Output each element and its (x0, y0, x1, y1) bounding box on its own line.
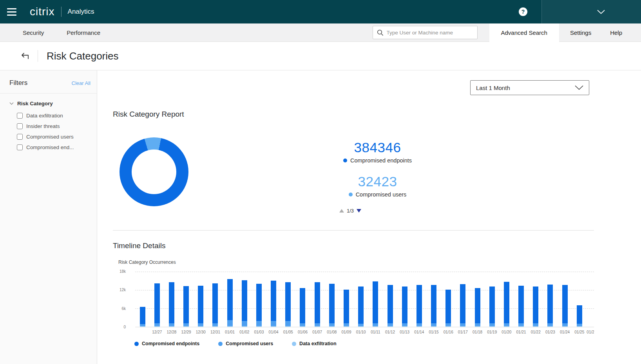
stacked-bar[interactable] (547, 285, 553, 327)
stacked-bar[interactable] (242, 280, 247, 327)
bar-slot (237, 280, 252, 327)
y-axis-labels: 06k12k18k (113, 272, 131, 327)
stacked-bar[interactable] (504, 282, 509, 327)
stacked-bar[interactable] (475, 288, 480, 327)
checkbox[interactable] (17, 113, 23, 119)
stacked-bar[interactable] (198, 286, 203, 327)
bar-slot (135, 307, 150, 327)
stacked-bar[interactable] (562, 285, 568, 327)
stacked-bar[interactable] (256, 284, 262, 327)
bar-segment (445, 290, 451, 324)
stacked-bar[interactable] (183, 286, 189, 327)
legend-item[interactable]: Compromised users (218, 341, 273, 346)
bar-segment (212, 323, 218, 326)
risk-category-group-toggle[interactable]: Risk Category (0, 94, 97, 110)
checkbox[interactable] (17, 134, 23, 140)
stacked-bar[interactable] (460, 284, 465, 327)
plot-area (135, 272, 594, 327)
bar-segment (344, 290, 349, 324)
report-stats: 384346 Compromised endpoints 32423 Compr… (339, 141, 416, 214)
stat-value: 384346 (354, 141, 401, 154)
bar-slot (354, 287, 368, 327)
stacked-bar[interactable] (227, 279, 233, 327)
advanced-search-link[interactable]: Advanced Search (489, 23, 559, 42)
brand-divider (61, 7, 62, 17)
filter-item-insider-threats[interactable]: Insider threats (0, 121, 97, 132)
help-link[interactable]: Help (610, 29, 622, 36)
stacked-bar[interactable] (445, 290, 451, 327)
x-tick-label: 01/25 (572, 330, 587, 334)
bar-segment (460, 284, 465, 323)
x-tick-label: 01/06 (295, 330, 310, 334)
bar-segment (227, 279, 233, 321)
bar-segment (504, 282, 509, 324)
back-button[interactable] (19, 51, 31, 61)
bar-slot (558, 285, 572, 327)
risk-donut-chart[interactable] (120, 137, 188, 206)
period-dropdown[interactable]: Last 1 Month (470, 80, 589, 95)
x-tick-label: 01/21 (514, 330, 528, 334)
filter-item-compromised-endpoints[interactable]: Compromised end... (0, 142, 97, 153)
user-menu[interactable] (541, 0, 641, 23)
x-tick-label: 01/10 (354, 330, 368, 334)
bar-segment (402, 326, 407, 327)
x-tick-label: 12/28 (164, 330, 179, 334)
x-tick-label: 01/23 (543, 330, 558, 334)
stacked-bar[interactable] (402, 287, 407, 327)
bar-segment (169, 326, 174, 327)
search-input[interactable] (387, 30, 473, 36)
pager-up-icon[interactable] (339, 209, 344, 213)
stacked-bar[interactable] (285, 282, 291, 327)
top-bar: citrix Analytics ? (0, 0, 641, 23)
pager-down-icon[interactable] (357, 209, 361, 213)
stacked-bar[interactable] (300, 288, 305, 327)
legend-item[interactable]: Data exfiltration (292, 341, 336, 346)
hamburger-menu-icon[interactable] (0, 0, 24, 23)
settings-link[interactable]: Settings (570, 29, 591, 36)
tab-performance[interactable]: Performance (67, 29, 100, 36)
search-box[interactable] (373, 26, 478, 39)
filter-item-label: Data exfiltration (26, 113, 63, 119)
x-tick-label (135, 330, 150, 334)
stacked-bar[interactable] (169, 282, 174, 327)
stacked-bar[interactable] (373, 281, 378, 327)
stacked-bar[interactable] (518, 286, 524, 327)
stat-value: 32423 (358, 175, 397, 188)
bar-segment (533, 287, 538, 323)
bar-segment (242, 326, 247, 327)
stat-bullet (343, 159, 347, 162)
stacked-bar[interactable] (154, 283, 160, 327)
filter-item-data-exfiltration[interactable]: Data exfiltration (0, 110, 97, 121)
bar-slot (412, 285, 426, 327)
bar-slot (281, 282, 295, 327)
stacked-bar[interactable] (140, 307, 145, 327)
stacked-bar[interactable] (577, 305, 582, 327)
legend-item[interactable]: Compromised endpoints (134, 341, 199, 346)
stacked-bar[interactable] (416, 285, 422, 327)
checkbox[interactable] (17, 123, 23, 129)
legend-label: Compromised users (226, 341, 273, 346)
tab-security[interactable]: Security (23, 29, 44, 36)
stacked-bar[interactable] (489, 287, 495, 327)
stacked-bar[interactable] (344, 290, 349, 327)
stacked-bar[interactable] (271, 281, 276, 327)
bar-segment (212, 283, 218, 323)
stacked-bar[interactable] (358, 287, 364, 327)
clear-all-link[interactable]: Clear All (72, 80, 91, 86)
filter-item-compromised-users[interactable]: Compromised users (0, 132, 97, 142)
stacked-bar[interactable] (212, 283, 218, 327)
checkbox[interactable] (17, 144, 23, 150)
filters-sidebar: Filters Clear All Risk Category Data exf… (0, 70, 97, 364)
stacked-bar[interactable] (329, 284, 335, 327)
stacked-bar[interactable] (387, 285, 393, 327)
legend-label: Compromised endpoints (142, 341, 199, 346)
stacked-bar[interactable] (315, 282, 320, 327)
help-icon[interactable]: ? (519, 7, 527, 16)
y-tick-label: 18k (120, 269, 126, 274)
x-tick-label: 01/11 (368, 330, 383, 334)
bar-segment (373, 323, 378, 326)
bar-segment (416, 326, 422, 327)
stacked-bar[interactable] (431, 285, 436, 327)
stacked-bar[interactable] (533, 287, 538, 327)
timeline-chart: Risk Category Occurrences 06k12k18k 12/2… (113, 259, 594, 346)
